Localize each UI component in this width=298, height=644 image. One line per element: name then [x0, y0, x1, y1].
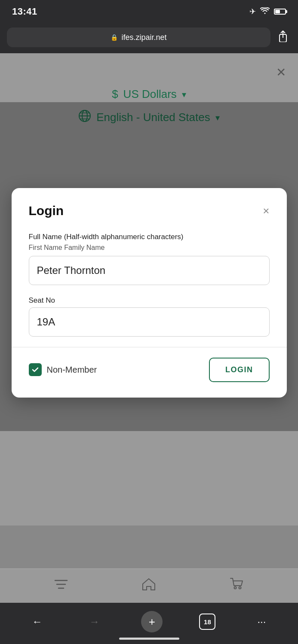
full-name-label: Full Name (Half-width alphanumeric chara… [29, 232, 270, 242]
bottom-nav [0, 568, 298, 603]
cart-icon[interactable] [230, 578, 244, 594]
lock-icon: 🔒 [111, 34, 118, 41]
more-icon: ··· [257, 616, 266, 628]
login-modal: Login × Full Name (Half-width alphanumer… [12, 188, 287, 398]
home-icon[interactable] [142, 578, 156, 594]
back-button[interactable]: ← [27, 612, 47, 631]
full-name-input[interactable] [29, 256, 270, 285]
svg-point-10 [234, 587, 236, 589]
filter-icon[interactable] [54, 579, 68, 593]
status-icons: ✈ [249, 7, 286, 16]
wifi-icon [260, 7, 270, 16]
share-button[interactable] [275, 28, 291, 46]
modal-overlay: Login × Full Name (Half-width alphanumer… [0, 102, 298, 431]
tabs-button[interactable]: 18 [199, 614, 215, 630]
modal-footer: Non-Member LOGIN [29, 358, 270, 382]
address-bar[interactable]: 🔒 ifes.zipair.net [7, 27, 270, 47]
battery-icon [274, 9, 286, 15]
svg-point-11 [239, 587, 241, 589]
modal-close-button[interactable]: × [263, 205, 269, 216]
modal-title: Login [29, 204, 64, 218]
currency-label: US Dollars [123, 88, 177, 101]
status-time: 13:41 [12, 6, 37, 17]
new-tab-button[interactable]: + [141, 611, 163, 632]
login-button[interactable]: LOGIN [209, 358, 270, 382]
background-content: ✕ $ US Dollars ▾ English - United States… [0, 53, 298, 526]
currency-chevron-icon: ▾ [182, 89, 186, 100]
forward-icon: → [89, 616, 99, 628]
non-member-checkbox[interactable] [29, 363, 42, 376]
modal-divider [12, 347, 287, 347]
forward-button[interactable]: → [84, 612, 104, 631]
home-indicator [119, 638, 179, 640]
non-member-wrap: Non-Member [29, 363, 97, 376]
more-button[interactable]: ··· [252, 612, 271, 631]
seat-label: Seat No [29, 295, 270, 306]
dollar-icon: $ [112, 88, 118, 101]
seat-input[interactable] [29, 307, 270, 337]
name-hint: First Name Family Name [29, 244, 270, 252]
currency-selector[interactable]: $ US Dollars ▾ [112, 88, 186, 101]
modal-header: Login × [29, 204, 270, 218]
tabs-count: 18 [204, 618, 211, 626]
url-text: ifes.zipair.net [121, 33, 166, 42]
status-bar: 13:41 ✈ [0, 0, 298, 23]
address-bar-container: 🔒 ifes.zipair.net [0, 23, 298, 53]
full-name-field-group: Full Name (Half-width alphanumeric chara… [29, 232, 270, 285]
non-member-label: Non-Member [47, 365, 97, 375]
airplane-icon: ✈ [249, 7, 256, 16]
back-icon: ← [32, 616, 42, 628]
bg-close-button[interactable]: ✕ [276, 65, 286, 79]
seat-field-group: Seat No [29, 295, 270, 337]
plus-icon: + [149, 615, 155, 629]
